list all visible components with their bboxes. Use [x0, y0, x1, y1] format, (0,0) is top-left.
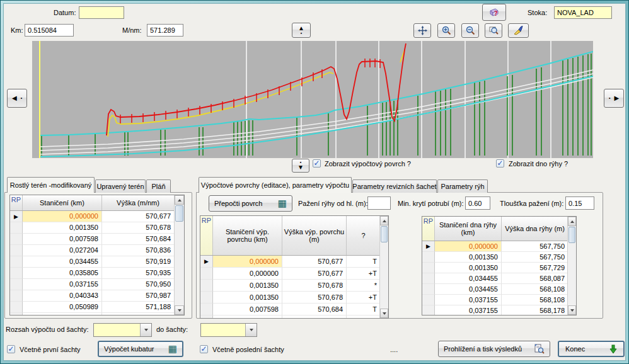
- grid-cell[interactable]: T: [347, 304, 381, 316]
- mnm-input[interactable]: [147, 24, 183, 37]
- table-row[interactable]: 0,001350570,678+T: [200, 292, 388, 304]
- table-row[interactable]: 0,007598570,684: [10, 234, 184, 245]
- grid-cell[interactable]: 570,677: [282, 256, 347, 268]
- combo-dropdown-button[interactable]: [245, 324, 257, 336]
- grid-cell[interactable]: 567,750: [502, 241, 568, 252]
- table-row[interactable]: 0,001350570,678*: [200, 280, 388, 292]
- grid-cell[interactable]: 0,037155: [435, 295, 502, 305]
- table-row[interactable]: 0,001350570,678: [10, 222, 184, 234]
- grid-cell[interactable]: 0,001350: [435, 263, 502, 273]
- scroll-down-button[interactable]: [568, 305, 576, 315]
- zoom-out-button[interactable]: [461, 23, 479, 38]
- tab-rostly-teren[interactable]: Rostlý terén -modifikovaný: [7, 177, 95, 193]
- grid-cell[interactable]: 568,108: [502, 295, 568, 305]
- grid-cell[interactable]: 567,729: [502, 263, 568, 273]
- table-row[interactable]: 0,035805570,935: [10, 268, 184, 279]
- grid-cell[interactable]: 0,037155: [23, 279, 102, 290]
- table-row[interactable]: 0,001350567,729: [422, 263, 576, 273]
- table-row[interactable]: 0,007598570,684T: [200, 304, 388, 316]
- grid-cell[interactable]: 570,935: [102, 268, 175, 279]
- recompute-surface-button[interactable]: Přepočti povrch ▦: [209, 195, 292, 212]
- sheeting-input[interactable]: [367, 196, 391, 210]
- grid-cell[interactable]: 0,035805: [23, 268, 102, 279]
- scroll-profile-right-button[interactable]: •▶: [604, 89, 624, 108]
- scroll-profile-down-button[interactable]: ▪▼: [292, 159, 309, 173]
- compute-volumes-button[interactable]: Výpočet kubatur ▦: [98, 341, 183, 357]
- first-shaft-checkbox[interactable]: ✓: [7, 345, 15, 353]
- grid-cell[interactable]: 0,061438: [23, 313, 102, 316]
- grid-cell[interactable]: 0,034455: [23, 256, 102, 268]
- table-row[interactable]: 0,040343570,987: [10, 290, 184, 302]
- grid-cell[interactable]: 0,000000: [213, 256, 282, 268]
- table-row[interactable]: 0,007598570,684T: [200, 316, 388, 319]
- grid-cell[interactable]: 0,007598: [213, 316, 282, 319]
- grid-cell[interactable]: +T: [347, 292, 381, 304]
- grid-cell[interactable]: 0,007598: [23, 234, 102, 245]
- thickness-input[interactable]: [565, 196, 594, 210]
- tab-parametry-ryh[interactable]: Parametry rýh: [437, 179, 488, 193]
- grid-cell[interactable]: 570,677: [102, 211, 175, 222]
- grid-cell[interactable]: 571,188: [102, 302, 175, 313]
- grid-cell[interactable]: 568,178: [502, 305, 568, 316]
- grid-cell[interactable]: 0,000000: [435, 241, 502, 252]
- grid-cell[interactable]: T: [347, 256, 381, 268]
- grid-cell[interactable]: 570,684: [282, 304, 347, 316]
- grid-cell[interactable]: 0,034455: [435, 273, 502, 284]
- grid-cell[interactable]: 0,001350: [435, 252, 502, 263]
- table-row[interactable]: 0,037155570,950: [10, 279, 184, 290]
- table-row[interactable]: ▶0,000000570,677T: [200, 256, 388, 268]
- end-button[interactable]: Konec: [558, 341, 625, 357]
- scroll-up-button[interactable]: [175, 195, 184, 205]
- redraw-brush-button[interactable]: [508, 23, 529, 38]
- grid-cell[interactable]: 570,678: [282, 292, 347, 304]
- grid-cell[interactable]: 0,007598: [213, 304, 282, 316]
- grid-cell[interactable]: 570,987: [102, 290, 175, 302]
- grid-cell[interactable]: 0,001350: [23, 222, 102, 234]
- tab-vypoctove-povrchy[interactable]: Výpočtové povrchy (editace), parametry v…: [199, 177, 352, 193]
- view-print-results-button[interactable]: Prohlížení a tisk výsledků: [438, 341, 550, 357]
- tab-plan[interactable]: Pláň: [146, 179, 171, 193]
- table-row[interactable]: 0,034455568,108: [422, 284, 576, 295]
- grid-cell[interactable]: 0,037155: [435, 305, 502, 316]
- grid-cell[interactable]: 0,000000: [213, 268, 282, 280]
- scroll-profile-left-button[interactable]: ◀•: [7, 89, 27, 108]
- scroll-up-button[interactable]: [380, 216, 388, 225]
- stoka-input[interactable]: [554, 6, 612, 19]
- grid-cell[interactable]: 570,950: [102, 279, 175, 290]
- grid-cell[interactable]: 0,000000: [23, 211, 102, 222]
- scroll-up-button[interactable]: [568, 217, 576, 226]
- grid-cell[interactable]: 570,678: [282, 280, 347, 292]
- help-button[interactable]: ?: [482, 4, 506, 21]
- grid-cell[interactable]: 571,403: [102, 313, 175, 316]
- grid-cell[interactable]: 0,001350: [213, 292, 282, 304]
- scroll-thumb[interactable]: [381, 226, 388, 242]
- grid-cell[interactable]: T: [347, 316, 381, 319]
- table-row[interactable]: ▶0,000000570,677: [10, 211, 184, 222]
- grid-cell[interactable]: 570,919: [102, 256, 175, 268]
- scroll-thumb[interactable]: [568, 227, 575, 243]
- km-input[interactable]: [25, 24, 74, 37]
- profile-chart[interactable]: [32, 41, 593, 158]
- to-shaft-combo[interactable]: [200, 323, 257, 337]
- scroll-down-button[interactable]: [380, 309, 388, 318]
- vertical-scrollbar[interactable]: [174, 195, 184, 315]
- show-bottom-checkbox[interactable]: ✓: [496, 159, 504, 168]
- zoom-in-button[interactable]: [437, 23, 455, 38]
- grid-cell[interactable]: 570,684: [102, 234, 175, 245]
- show-surface-checkbox[interactable]: ✓: [313, 159, 321, 168]
- table-row[interactable]: 0,061438571,403: [10, 313, 184, 316]
- grid-cell[interactable]: 570,684: [282, 316, 347, 319]
- grid-cell[interactable]: 0,050989: [23, 302, 102, 313]
- cover-input[interactable]: [465, 196, 490, 210]
- grid-cell[interactable]: 568,087: [502, 273, 568, 284]
- table-row[interactable]: 0,001350567,750: [422, 252, 576, 263]
- grid-cell[interactable]: 567,750: [502, 252, 568, 263]
- table-row[interactable]: ▶0,000000567,750: [422, 241, 576, 252]
- table-row[interactable]: 0,027204570,836: [10, 245, 184, 256]
- grid-cell[interactable]: 570,677: [282, 268, 347, 280]
- grid-cell[interactable]: 0,027204: [23, 245, 102, 256]
- table-row[interactable]: 0,050989571,188: [10, 302, 184, 313]
- table-row[interactable]: 0,037155568,108: [422, 295, 576, 305]
- grid-cell[interactable]: 0,040343: [23, 290, 102, 302]
- table-row[interactable]: 0,034455570,919: [10, 256, 184, 268]
